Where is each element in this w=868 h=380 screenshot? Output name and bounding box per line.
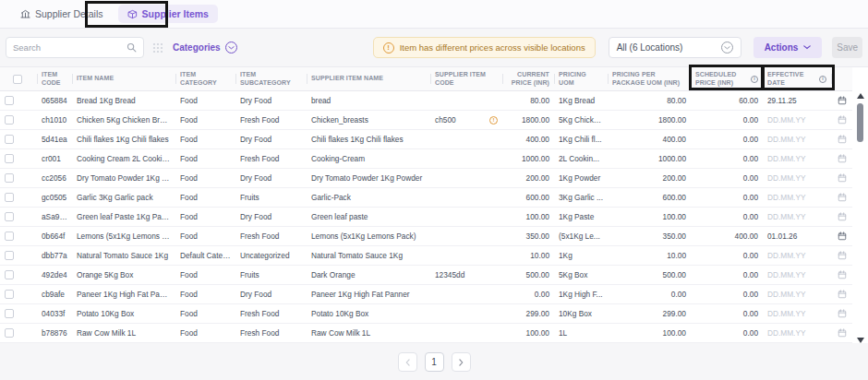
supplier-item-name: Lemons (5x1Kg Lemons Pack)	[307, 232, 430, 241]
supplier-item-code-cell: 12345dd !	[430, 270, 502, 279]
info-icon[interactable]: i	[751, 76, 758, 83]
pricing-uom: 1Kg High F...	[554, 290, 608, 299]
header-supplier-item-code[interactable]: SUPPLIER ITEM CODE	[430, 67, 502, 90]
calendar-icon[interactable]	[838, 270, 847, 279]
row-checkbox[interactable]	[5, 193, 14, 202]
item-category: Food	[175, 309, 235, 318]
item-subcategory: Fresh Food	[235, 154, 307, 163]
tab-supplier-items[interactable]: Supplier Items	[118, 5, 218, 23]
toolbar: Categories ! Item has different prices a…	[0, 29, 868, 66]
row-checkbox[interactable]	[5, 251, 14, 260]
row-checkbox[interactable]	[5, 232, 14, 241]
locations-dropdown[interactable]: All (6 Locations)	[609, 37, 741, 58]
calendar-icon[interactable]	[838, 154, 847, 163]
row-checkbox[interactable]	[5, 328, 14, 338]
next-page-button[interactable]	[452, 352, 471, 372]
calendar-icon[interactable]	[838, 212, 847, 221]
item-subcategory: Uncategorized	[235, 251, 307, 260]
effective-date[interactable]: DD.MM.YY	[763, 328, 831, 338]
calendar-icon[interactable]	[838, 309, 847, 318]
save-button[interactable]: Save	[832, 37, 862, 58]
scrollbar-thumb[interactable]	[857, 103, 863, 142]
scheduled-price[interactable]: 0.00	[691, 212, 763, 221]
effective-date[interactable]: DD.MM.YY	[763, 251, 831, 260]
header-item-name[interactable]: ITEM NAME	[72, 67, 175, 90]
item-code: b78876	[37, 328, 72, 338]
calendar-icon[interactable]	[838, 328, 847, 338]
item-name: Cooking Cream 2L Cooking C...	[72, 154, 175, 163]
item-name: Dry Tomato Powder 1Kg Po...	[72, 173, 175, 183]
calendar-icon[interactable]	[838, 251, 847, 260]
effective-date[interactable]: DD.MM.YY	[763, 135, 831, 144]
vertical-scrollbar[interactable]	[855, 93, 865, 343]
scheduled-price[interactable]: 400.00	[691, 232, 763, 241]
scheduled-price[interactable]: 0.00	[691, 115, 763, 125]
header-item-code[interactable]: ITEM CODE	[37, 67, 72, 90]
effective-date[interactable]: DD.MM.YY	[763, 270, 831, 279]
effective-date[interactable]: DD.MM.YY	[763, 290, 831, 299]
scroll-down-icon[interactable]	[857, 338, 864, 343]
actions-button[interactable]: Actions	[753, 37, 823, 58]
table-row: 492de4 Orange 5Kg Box Food Fruits Dark O…	[0, 266, 852, 285]
item-code: 065884	[37, 96, 72, 105]
scheduled-price[interactable]: 0.00	[691, 135, 763, 144]
header-item-category[interactable]: ITEM CATEGORY	[175, 67, 235, 90]
scheduled-price[interactable]: 60.00	[691, 96, 763, 105]
effective-date[interactable]: DD.MM.YY	[763, 193, 831, 202]
calendar-icon[interactable]	[838, 173, 847, 183]
calendar-icon[interactable]	[838, 232, 847, 241]
calendar-icon[interactable]	[838, 193, 847, 202]
header-effective-date[interactable]: EFFECTIVE DATE i	[763, 67, 831, 90]
item-name: Orange 5Kg Box	[72, 270, 175, 279]
header-pricing-per-package[interactable]: PRICING PER PACKAGE UOM (INR)	[608, 67, 691, 90]
pricing-per-package: 1800.00	[608, 115, 691, 125]
row-checkbox[interactable]	[5, 173, 14, 183]
calendar-icon[interactable]	[838, 115, 847, 125]
header-pricing-uom[interactable]: PRICING UOM	[554, 67, 608, 90]
scroll-up-icon[interactable]	[857, 93, 864, 99]
grid-view-icon[interactable]	[152, 42, 163, 53]
calendar-icon[interactable]	[838, 96, 847, 105]
effective-date[interactable]: DD.MM.YY	[763, 309, 831, 318]
row-checkbox[interactable]	[5, 135, 14, 144]
effective-date[interactable]: DD.MM.YY	[763, 154, 831, 163]
effective-date[interactable]: DD.MM.YY	[763, 173, 831, 183]
row-checkbox[interactable]	[5, 212, 14, 221]
select-all-checkbox[interactable]	[13, 75, 22, 84]
effective-date[interactable]: 01.01.26	[763, 232, 831, 241]
search-input[interactable]	[13, 42, 123, 53]
scheduled-price[interactable]: 0.00	[691, 173, 763, 183]
item-code: gc0505	[37, 193, 72, 202]
pricing-uom: 1Kg Paste	[554, 212, 608, 221]
header-supplier-item-name[interactable]: SUPPLIER ITEM NAME	[307, 67, 430, 90]
info-icon[interactable]: i	[819, 76, 826, 83]
effective-date[interactable]: 29.11.25	[763, 96, 831, 105]
scheduled-price[interactable]: 0.00	[691, 251, 763, 260]
header-item-subcategory[interactable]: ITEM SUBCATEGORY	[235, 67, 307, 90]
row-checkbox[interactable]	[5, 290, 14, 299]
effective-date[interactable]: DD.MM.YY	[763, 212, 831, 221]
categories-dropdown[interactable]: Categories	[173, 42, 237, 53]
row-checkbox[interactable]	[5, 96, 14, 105]
scheduled-price[interactable]: 0.00	[691, 154, 763, 163]
tab-supplier-details[interactable]: Supplier Details	[11, 5, 113, 23]
price-mismatch-warning-icon[interactable]: !	[489, 116, 498, 125]
item-code: 492de4	[37, 270, 72, 279]
header-current-price[interactable]: CURRENT PRICE (INR)	[502, 67, 554, 90]
calendar-icon[interactable]	[838, 290, 847, 299]
row-checkbox[interactable]	[5, 154, 14, 163]
scheduled-price[interactable]: 0.00	[691, 328, 763, 338]
scheduled-price[interactable]: 0.00	[691, 309, 763, 318]
scheduled-price[interactable]: 0.00	[691, 290, 763, 299]
scheduled-price[interactable]: 0.00	[691, 193, 763, 202]
prev-page-button[interactable]	[398, 352, 417, 372]
row-checkbox[interactable]	[5, 115, 14, 125]
calendar-icon[interactable]	[838, 135, 847, 144]
effective-date[interactable]: DD.MM.YY	[763, 115, 831, 125]
row-checkbox[interactable]	[5, 309, 14, 318]
scheduled-price[interactable]: 0.00	[691, 270, 763, 279]
page-number[interactable]: 1	[425, 352, 444, 372]
row-checkbox[interactable]	[5, 270, 14, 279]
header-scheduled-price[interactable]: SCHEDULED PRICE (INR) i	[691, 67, 763, 90]
current-price: 1800.00	[502, 115, 554, 125]
